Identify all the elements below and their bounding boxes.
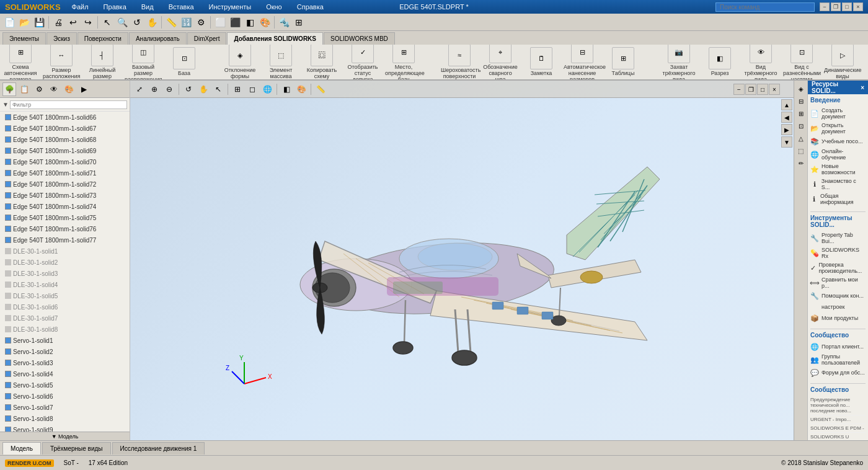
cm-tab-3[interactable]: Анализировать bbox=[129, 32, 187, 45]
tb2-icon-10[interactable]: ≈ bbox=[448, 45, 471, 66]
tb2-icon-0[interactable]: ⊞ bbox=[9, 45, 32, 63]
cm-tab-4[interactable]: DimXpert bbox=[187, 32, 227, 45]
tree-item[interactable]: Servo-1-solid8 bbox=[0, 413, 130, 424]
tb2-icon-5[interactable]: ◈ bbox=[229, 45, 251, 66]
tb2-icon-11[interactable]: ⌖ bbox=[489, 45, 512, 63]
tree-item[interactable]: DLE-30-1-solid8 bbox=[0, 324, 130, 335]
menu-item-окно[interactable]: Окно bbox=[262, 3, 286, 11]
rt-btn3[interactable]: ⊞ bbox=[795, 108, 807, 119]
rp-item[interactable]: ✓Проверка производитель... bbox=[810, 260, 866, 275]
restore-button[interactable]: ❐ bbox=[831, 2, 841, 11]
minimize-button[interactable]: − bbox=[820, 2, 830, 11]
close-button[interactable]: × bbox=[853, 2, 863, 11]
tree-item[interactable]: Servo-1-solid5 bbox=[0, 379, 130, 391]
tree-item[interactable]: Edge 540T 1800mm-1-solid77 bbox=[0, 234, 130, 246]
tree-item[interactable]: DLE-30-1-solid7 bbox=[0, 313, 130, 324]
tb2-icon-19[interactable]: ▷ bbox=[831, 45, 854, 66]
menu-item-вставка[interactable]: Вставка bbox=[165, 3, 198, 11]
rotate-btn[interactable]: ↺ bbox=[130, 16, 144, 29]
tb2-icon-3[interactable]: ◫ bbox=[132, 45, 154, 63]
menu-item-инструменты[interactable]: Инструменты bbox=[205, 3, 255, 11]
measure-btn[interactable]: 📏 bbox=[164, 16, 178, 29]
tree-expand-btn[interactable]: ▼ Модель bbox=[0, 432, 130, 440]
tree-item[interactable]: DLE-30-1-solid2 bbox=[0, 257, 130, 268]
tree-item[interactable]: Edge 540T 1800mm-1-solid69 bbox=[0, 145, 130, 156]
tree-filter-input[interactable] bbox=[10, 100, 127, 109]
tree-item[interactable]: Edge 540T 1800mm-1-solid76 bbox=[0, 223, 130, 234]
vp-section-view[interactable]: ◧ bbox=[280, 82, 293, 96]
menu-item-вид[interactable]: Вид bbox=[138, 3, 157, 11]
vp-right-btn1[interactable]: ▲ bbox=[781, 99, 792, 110]
3d-viewport[interactable]: ⤢ ⊕ ⊖ ↺ ✋ ↖ ⊞ ◻ 🌐 ◧ 🎨 📏 − ❐ □ × bbox=[130, 81, 794, 440]
rp-item[interactable]: 📂Открыть документ bbox=[810, 121, 866, 136]
vp-right-btn2[interactable]: ◀ bbox=[781, 112, 792, 123]
vp-select[interactable]: ↖ bbox=[211, 82, 225, 96]
rp-item[interactable]: ℹОбщая информация bbox=[810, 192, 866, 206]
vp-close[interactable]: × bbox=[769, 84, 780, 95]
select-btn[interactable]: ↖ bbox=[100, 16, 114, 29]
tb2-icon-7[interactable]: ⿴ bbox=[311, 45, 333, 66]
rp-item[interactable]: 📦Мои продукты bbox=[810, 313, 866, 324]
vp-minimize[interactable]: − bbox=[733, 84, 745, 95]
tree-item[interactable]: Servo-1-solid7 bbox=[0, 402, 130, 413]
bottom-tab-2[interactable]: Исследование движения 1 bbox=[112, 442, 205, 454]
tb2-icon-15[interactable]: 📷 bbox=[668, 45, 690, 63]
tree-item[interactable]: Edge 540T 1800mm-1-solid74 bbox=[0, 201, 130, 212]
rt-btn4[interactable]: ⊡ bbox=[795, 120, 807, 131]
tree-item[interactable]: Servo-1-solid6 bbox=[0, 391, 130, 402]
tb2-icon-1[interactable]: ↔ bbox=[50, 45, 73, 66]
menu-bar[interactable]: ФайлПравкаВидВставкаИнструментыОкноСправ… bbox=[68, 3, 327, 11]
tb2-icon-17[interactable]: 👁 bbox=[750, 45, 772, 63]
tb2-icon-14[interactable]: ⊞ bbox=[612, 47, 634, 69]
cm-tab-0[interactable]: Элементы bbox=[2, 32, 46, 45]
rp-item[interactable]: 👥Группы пользователей bbox=[810, 352, 866, 367]
rp-news-item[interactable]: URGENT - Impo... bbox=[810, 415, 866, 424]
appearance-btn[interactable]: 🎨 bbox=[258, 16, 272, 29]
options-btn[interactable]: ⚙ bbox=[194, 16, 208, 29]
rp-item[interactable]: ⭐Новые возможности bbox=[810, 162, 866, 177]
open-file-btn[interactable]: 📂 bbox=[17, 16, 31, 29]
vp-zoom-out[interactable]: ⊖ bbox=[162, 82, 176, 96]
vp-zoom-to-fit[interactable]: ⤢ bbox=[133, 82, 146, 96]
bottom-tab-0[interactable]: Модель bbox=[2, 442, 41, 454]
view3d-btn[interactable]: ⬜ bbox=[213, 16, 227, 29]
rp-item[interactable]: ⟺Сравнить мои р... bbox=[810, 275, 866, 290]
vp-maximize[interactable]: □ bbox=[757, 84, 768, 95]
vp-measure[interactable]: 📏 bbox=[314, 82, 327, 96]
vp-display-style[interactable]: ◻ bbox=[246, 82, 259, 96]
vp-rotate[interactable]: ↺ bbox=[182, 82, 195, 96]
print-btn[interactable]: 🖨 bbox=[51, 16, 65, 29]
vp-pan[interactable]: ✋ bbox=[197, 82, 210, 96]
pan-btn[interactable]: ✋ bbox=[145, 16, 159, 29]
assembly-btn[interactable]: 🔩 bbox=[277, 16, 291, 29]
cm-tab-2[interactable]: Поверхности bbox=[78, 32, 128, 45]
rp-item[interactable]: 🌐Портал клиент... bbox=[810, 341, 866, 352]
vp-right-btn4[interactable]: ▼ bbox=[781, 136, 792, 148]
tb2-icon-4[interactable]: ⊡ bbox=[173, 47, 195, 69]
redo-btn[interactable]: ↪ bbox=[81, 16, 95, 29]
rp-news-item[interactable]: Предупреждение технической по... последн… bbox=[810, 396, 866, 415]
rp-item[interactable]: 📄Создать документ bbox=[810, 106, 866, 121]
rp-item[interactable]: 💬Форум для обс... bbox=[810, 367, 866, 378]
rt-btn5[interactable]: △ bbox=[795, 133, 807, 144]
tree-item[interactable]: Edge 540T 1800mm-1-solid66 bbox=[0, 112, 130, 123]
more-tab[interactable]: ▶ bbox=[77, 82, 91, 96]
display-tab[interactable]: 👁 bbox=[47, 82, 61, 96]
menu-item-файл[interactable]: Файл bbox=[68, 3, 92, 11]
vp-restore[interactable]: ❐ bbox=[745, 84, 756, 95]
tree-item[interactable]: Edge 540T 1800mm-1-solid71 bbox=[0, 167, 130, 179]
tb2-icon-8[interactable]: ✓ bbox=[352, 45, 374, 63]
rt-btn6[interactable]: ⬚ bbox=[795, 145, 807, 156]
cm-tab-1[interactable]: Эскиз bbox=[46, 32, 77, 45]
rp-news-item[interactable]: SOLIDWORKS E PDM - bbox=[810, 424, 866, 433]
zoom-btn[interactable]: 🔍 bbox=[115, 16, 129, 29]
rp-news-item[interactable]: SOLIDWORKS U Assistance Sur... Enterpris… bbox=[810, 433, 866, 440]
cm-tab-5[interactable]: Добавления SOLIDWORKS bbox=[227, 32, 323, 45]
rp-item[interactable]: 🌐Онлайн-обучение bbox=[810, 147, 866, 162]
tb2-icon-2[interactable]: ┤ bbox=[91, 45, 113, 66]
tree-item[interactable]: DLE-30-1-solid4 bbox=[0, 279, 130, 290]
vp-scene[interactable]: 🌐 bbox=[260, 82, 274, 96]
tb2-icon-9[interactable]: ⊞ bbox=[392, 45, 415, 63]
tree-item[interactable]: Edge 540T 1800mm-1-solid75 bbox=[0, 212, 130, 223]
calc-btn[interactable]: 🔢 bbox=[179, 16, 193, 29]
